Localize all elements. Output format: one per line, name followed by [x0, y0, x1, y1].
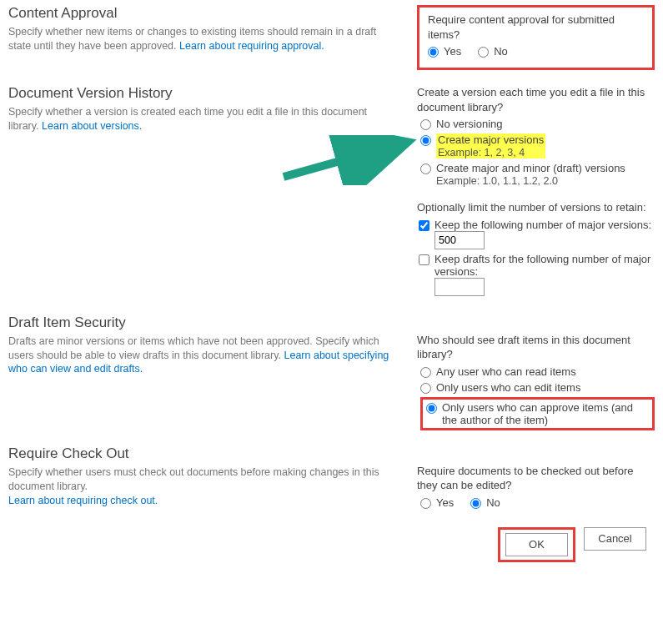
- check-out-title: Require Check Out: [8, 445, 400, 462]
- content-approval-highlight-box: Require content approval for submitted i…: [417, 5, 655, 70]
- section-version-history: Document Version History Specify whether…: [8, 85, 655, 299]
- ok-highlight-box: OK: [498, 527, 575, 562]
- learn-approval-link[interactable]: Learn about requiring approval.: [179, 40, 324, 52]
- keep-major-row: Keep the following number of major versi…: [419, 219, 655, 249]
- cancel-button[interactable]: Cancel: [584, 527, 646, 551]
- footer-buttons: OK Cancel: [8, 527, 655, 562]
- content-approval-yes-option[interactable]: Yes: [428, 45, 461, 58]
- keep-drafts-input[interactable]: [434, 278, 485, 296]
- content-approval-desc: Specify whether new items or changes to …: [8, 25, 400, 53]
- keep-major-checkbox[interactable]: [419, 220, 429, 231]
- check-out-desc: Specify whether users must check out doc…: [8, 465, 400, 508]
- version-none-option[interactable]: No versioning: [420, 118, 655, 130]
- keep-major-input[interactable]: [434, 231, 485, 249]
- draft-approve-highlight-box: Only users who can approve items (and th…: [420, 397, 655, 430]
- version-minor-radio[interactable]: [420, 164, 431, 174]
- learn-versions-link[interactable]: Learn about versions.: [42, 120, 142, 132]
- keep-major-label: Keep the following number of major versi…: [434, 219, 651, 231]
- section-check-out: Require Check Out Specify whether users …: [8, 445, 655, 511]
- check-out-yes-radio[interactable]: [420, 498, 431, 509]
- draft-approve-radio[interactable]: [426, 403, 437, 414]
- version-major-radio[interactable]: [420, 135, 431, 146]
- check-out-no-option[interactable]: No: [470, 496, 500, 509]
- version-none-radio[interactable]: [420, 119, 431, 130]
- draft-read-option[interactable]: Any user who can read items: [420, 365, 655, 378]
- content-approval-title: Content Approval: [8, 5, 400, 22]
- version-limit-label: Optionally limit the number of versions …: [417, 200, 655, 215]
- keep-drafts-checkbox[interactable]: [419, 254, 429, 265]
- version-history-title: Document Version History: [8, 85, 400, 102]
- section-content-approval: Content Approval Specify whether new ite…: [8, 5, 655, 70]
- learn-checkout-link[interactable]: Learn about requiring check out.: [8, 495, 158, 506]
- draft-security-desc: Drafts are minor versions or items which…: [8, 335, 400, 377]
- check-out-no-radio[interactable]: [470, 498, 481, 509]
- version-history-desc: Specify whether a version is created eac…: [8, 105, 400, 133]
- ok-button[interactable]: OK: [505, 533, 568, 556]
- content-approval-yes-radio[interactable]: [428, 47, 439, 58]
- draft-read-radio[interactable]: [420, 367, 431, 378]
- content-approval-no-option[interactable]: No: [478, 45, 508, 58]
- version-major-option[interactable]: Create major versions Example: 1, 2, 3, …: [420, 133, 655, 158]
- check-out-question: Require documents to be checked out befo…: [417, 464, 655, 493]
- version-question: Create a version each time you edit a fi…: [417, 85, 655, 114]
- version-minor-option[interactable]: Create major and minor (draft) versions …: [420, 162, 655, 187]
- content-approval-no-radio[interactable]: [478, 47, 489, 58]
- draft-approve-option[interactable]: Only users who can approve items (and th…: [426, 401, 649, 426]
- draft-edit-option[interactable]: Only users who can edit items: [420, 381, 655, 394]
- version-major-highlight: Create major versions Example: 1, 2, 3, …: [436, 133, 545, 158]
- section-draft-security: Draft Item Security Drafts are minor ver…: [8, 314, 655, 430]
- check-out-yes-option[interactable]: Yes: [420, 496, 454, 509]
- content-approval-question: Require content approval for submitted i…: [428, 13, 644, 42]
- draft-security-title: Draft Item Security: [8, 314, 400, 331]
- keep-drafts-label: Keep drafts for the following number of …: [434, 253, 650, 278]
- keep-drafts-row: Keep drafts for the following number of …: [419, 253, 655, 296]
- draft-security-question: Who should see draft items in this docum…: [417, 333, 655, 362]
- draft-edit-radio[interactable]: [420, 383, 431, 394]
